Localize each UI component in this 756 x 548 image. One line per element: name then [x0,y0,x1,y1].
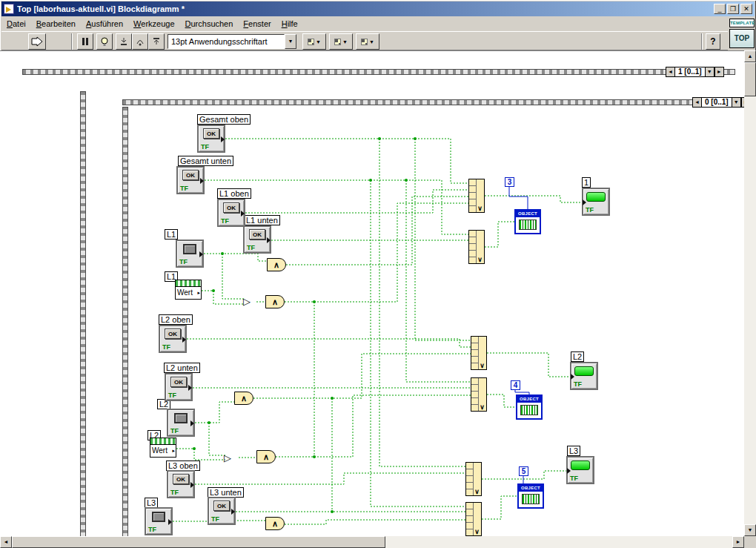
terminal-l3-switch[interactable]: TF [145,507,173,535]
compound-or-4[interactable]: ∨ [471,377,487,412]
numeric-constant-3[interactable]: 3 [505,177,514,187]
horizontal-scroll-thumb[interactable] [12,536,385,548]
highlight-execution-button[interactable] [96,33,113,50]
outer-sequence-top-border[interactable] [22,69,735,75]
outer-seq-frame-label: 1 [0..1] [675,67,705,77]
and-gate-5[interactable]: ∧ [265,517,285,530]
inner-seq-next-arrow[interactable]: ► [741,97,744,108]
terminal-gesamt-unten[interactable]: OK TF [176,166,205,194]
compound-or-3[interactable]: ∨ [471,336,487,370]
close-button[interactable]: ✕ [740,4,752,14]
terminal-l1-switch[interactable]: TF [176,240,204,268]
terminal-l1-oben[interactable]: OK TF [217,199,245,227]
scroll-down-button[interactable]: ▼ [744,524,756,536]
help-button[interactable]: ? [706,33,720,50]
step-into-button[interactable] [116,33,132,50]
caret: ▼ [316,39,321,44]
step-over-icon [136,37,145,46]
indicator-lamp3[interactable]: TF [566,456,594,484]
outer-seq-prev-arrow[interactable]: ◄ [666,67,675,77]
scroll-left-button[interactable]: ◄ [0,536,12,548]
scroll-right-button[interactable]: ► [732,536,744,548]
minimize-button[interactable]: _ [714,4,726,14]
scroll-up-button[interactable]: ▲ [744,50,756,62]
invoke-node-1[interactable]: OBJECT [514,209,541,234]
invoke-node-2[interactable]: OBJECT [516,395,543,420]
step-out-button[interactable] [148,33,165,50]
tf-label: TF [570,475,578,482]
outer-seq-next-arrow[interactable]: ► [714,67,724,77]
toolbar-separator [71,33,73,50]
greater-node-1[interactable]: ▷ [243,296,256,308]
terminal-l2-switch[interactable]: TF [167,409,195,437]
labview-block-diagram-window: Top [laborhaus-aktuell.vi] Blockdiagramm… [0,0,756,548]
compound-or-2[interactable]: ∨ [468,230,485,264]
terminal-l2-unten[interactable]: OK TF [165,373,193,401]
maximize-button[interactable]: ❐ [727,4,739,14]
menu-datei[interactable]: Datei [1,17,31,30]
ok-button-icon: OK [170,377,187,387]
menu-bearbeiten[interactable]: Bearbeiten [31,17,81,30]
and-gate-3[interactable]: ∧ [234,392,253,405]
inner-sequence-top-border[interactable] [122,99,744,105]
tf-label: TF [179,259,188,265]
tf-label: TF [574,381,582,388]
and-gate-2[interactable]: ∧ [265,295,285,308]
led-icon [571,460,590,470]
terminal-l1-unten[interactable]: OK TF [243,225,271,254]
menu-werkzeuge[interactable]: Werkzeuge [128,17,179,30]
label-gesamt-unten: Gesamt unten [178,156,233,166]
reorder-dropdown[interactable]: ▼ [356,33,379,50]
inner-seq-prev-arrow[interactable]: ◄ [692,97,702,108]
distribute-objects-dropdown[interactable]: ▼ [329,33,353,50]
outer-seq-dropdown[interactable]: ▼ [705,67,714,77]
inner-sequence-left-border[interactable] [122,107,128,536]
menu-hilfe[interactable]: Hilfe [276,17,303,30]
invoke-node-3[interactable]: OBJECT [517,483,544,509]
or-glyph: ∨ [473,528,481,535]
terminal-l3-unten[interactable]: OK TF [208,497,236,525]
output-arrow-icon [199,251,203,257]
greater-node-2[interactable]: ▷ [224,452,237,464]
app-icon [4,4,14,14]
pause-button[interactable] [77,33,93,50]
vertical-scroll-thumb[interactable] [744,62,756,96]
compound-or-6[interactable]: ∨ [465,502,482,536]
step-into-icon [119,37,128,46]
led-icon [574,366,594,376]
terminal-l2-oben[interactable]: OK TF [159,325,187,353]
label-gesamt-oben: Gesamt oben [197,114,251,125]
horizontal-scrollbar[interactable]: ◄ ► [0,536,744,548]
vertical-scrollbar[interactable]: ▲ ▼ [744,50,756,536]
template-badge: TEMPLATE [729,19,755,27]
property-arrow-icon: ▸ [172,445,175,456]
numeric-constant-5[interactable]: 5 [519,466,528,476]
menu-fenster[interactable]: Fenster [238,17,276,30]
property-node-l2-wert[interactable]: Wert▸ [150,438,176,458]
input-arrow-icon [571,374,574,380]
run-button[interactable] [28,33,46,50]
terminal-gesamt-oben[interactable]: OK TF [197,125,225,153]
block-diagram-canvas[interactable]: ◄ 1 [0..1] ▼ ► ◄ 0 [0..1] ▼ ► [0,50,744,536]
align-objects-dropdown[interactable]: ▼ [302,33,326,50]
menu-ausfuehren[interactable]: Ausführen [81,17,128,30]
and-gate-1[interactable]: ∧ [267,258,286,271]
indicator-lamp1[interactable]: TF [582,188,610,216]
and-gate-4[interactable]: ∧ [256,450,276,463]
terminal-l3-oben[interactable]: OK TF [167,470,195,498]
numeric-constant-4[interactable]: 4 [511,380,520,390]
vi-icon[interactable]: TOP [729,29,755,48]
property-node-l1-wert[interactable]: Wert▸ [175,280,202,300]
menu-durchsuchen[interactable]: Durchsuchen [180,17,239,30]
compound-or-1[interactable]: ∨ [468,179,485,213]
compound-or-5[interactable]: ∨ [465,462,482,496]
indicator-lamp2[interactable]: TF [570,362,598,390]
font-selector[interactable]: 13pt Anwendungsschriftart [168,34,285,49]
step-over-button[interactable] [132,33,148,50]
property-name: Wert [177,288,193,297]
tf-label: TF [586,207,594,214]
ok-button-icon: OK [182,170,199,180]
font-selector-dropdown[interactable]: ▼ [285,34,296,49]
inner-seq-dropdown[interactable]: ▼ [732,97,741,108]
outer-sequence-left-border[interactable] [80,91,86,536]
